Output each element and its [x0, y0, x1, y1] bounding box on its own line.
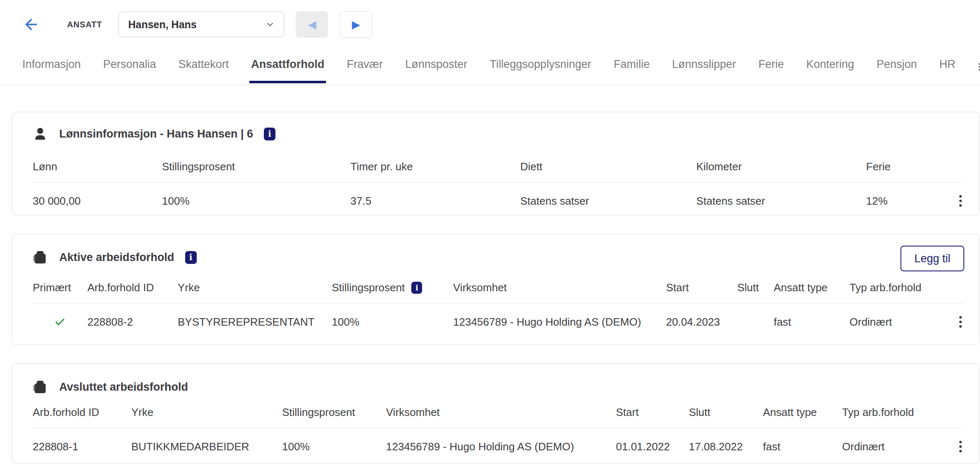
cell-arbforhold-id: 228808-2 — [87, 316, 178, 329]
col-start: Start — [666, 281, 737, 294]
cell-typ-arbforhold: Ordinært — [850, 316, 948, 329]
briefcase-icon — [32, 249, 48, 266]
tab-overflow-menu-icon[interactable] — [976, 61, 980, 73]
tab-fravaer[interactable]: Fravær — [345, 51, 384, 83]
ended-employments-card: Avsluttet arbeidsforhold Arb.forhold ID … — [12, 363, 980, 464]
ended-row-menu-kebab-icon[interactable] — [957, 438, 964, 455]
cell-stillingsprosent: 100% — [282, 440, 386, 453]
entity-label: ANSATT — [67, 20, 102, 29]
salary-row: 30 000,00 100% 37.5 Statens satser State… — [12, 183, 979, 209]
col-arbforhold-id: Arb.forhold ID — [87, 281, 178, 294]
primary-check-icon — [54, 316, 66, 328]
info-icon[interactable]: i — [264, 128, 275, 140]
tab-lonnsslipper[interactable]: Lønnsslipper — [670, 51, 738, 83]
salary-info-card: Lønnsinformasjon - Hans Hansen | 6 i Løn… — [12, 112, 980, 215]
previous-employee-button[interactable]: ◀ — [296, 11, 328, 38]
cell-stillingsprosent: 100% — [332, 316, 453, 329]
col-kilometer: Kilometer — [696, 160, 866, 173]
cell-virksomhet: 123456789 - Hugo Holding AS (DEMO) — [386, 440, 616, 453]
person-icon — [32, 126, 48, 142]
active-row-menu-kebab-icon[interactable] — [957, 314, 964, 330]
cell-typ-arbforhold: Ordinært — [842, 440, 948, 453]
col-stillingsprosent: Stillingsprosent — [282, 406, 386, 419]
cell-start: 20.04.2023 — [666, 316, 737, 329]
active-table-header: Primært Arb.forhold ID Yrke Stillingspro… — [12, 281, 979, 303]
tab-bar: Informasjon Personalia Skattekort Ansatt… — [0, 49, 980, 85]
triangle-left-icon: ◀ — [308, 18, 316, 31]
col-diett: Diett — [520, 160, 696, 173]
add-employment-button[interactable]: Legg til — [900, 246, 964, 271]
salary-table-header: Lønn Stillingsprosent Timer pr. uke Diet… — [12, 160, 979, 182]
active-employment-row: 228808-2 BYSTYREREPRESENTANT 100% 123456… — [12, 304, 979, 330]
col-stillingsprosent: Stillingsprosent — [162, 160, 350, 173]
cell-yrke: BUTIKKMEDARBEIDER — [131, 440, 282, 453]
value-stillingsprosent: 100% — [162, 195, 350, 208]
top-bar: ANSATT Hansen, Hans ◀ ▶ — [0, 0, 980, 49]
tab-lonnsposter[interactable]: Lønnsposter — [403, 51, 469, 83]
cell-ansatt-type: fast — [763, 440, 842, 453]
col-typ-arbforhold: Typ arb.forhold — [850, 281, 948, 294]
cell-yrke: BYSTYREREPRESENTANT — [178, 316, 332, 329]
col-yrke: Yrke — [178, 281, 332, 294]
chevron-down-icon — [265, 19, 275, 30]
salary-row-menu-kebab-icon[interactable] — [957, 193, 964, 209]
cell-arbforhold-id: 228808-1 — [33, 440, 131, 453]
col-stillingsprosent: Stillingsprosent — [332, 281, 405, 294]
back-button[interactable] — [22, 15, 41, 34]
salary-card-title: Lønnsinformasjon - Hans Hansen | 6 — [59, 128, 253, 140]
employee-select[interactable]: Hansen, Hans — [118, 12, 284, 37]
col-slutt: Slutt — [737, 281, 774, 294]
tab-hr[interactable]: HR — [938, 51, 957, 83]
value-timer-pr-uke: 37.5 — [350, 195, 520, 208]
value-diett: Statens satser — [520, 195, 696, 208]
tab-ansattforhold[interactable]: Ansattforhold — [249, 51, 326, 83]
col-arbforhold-id: Arb.forhold ID — [33, 406, 131, 419]
col-slutt: Slutt — [689, 406, 763, 419]
col-ferie: Ferie — [866, 160, 948, 173]
briefcase-icon — [32, 379, 48, 395]
cell-virksomhet: 123456789 - Hugo Holding AS (DEMO) — [453, 316, 666, 329]
triangle-right-icon: ▶ — [352, 18, 360, 31]
arrow-left-icon — [22, 16, 40, 33]
col-virksomhet: Virksomhet — [386, 406, 616, 419]
cell-slutt: 17.08.2022 — [689, 440, 763, 453]
col-primaert: Primært — [33, 281, 87, 294]
value-lonn: 30 000,00 — [33, 195, 162, 208]
col-ansatt-type: Ansatt type — [774, 281, 850, 294]
tab-skattekort[interactable]: Skattekort — [177, 51, 231, 83]
active-employments-card: Aktive arbeidsforhold i Legg til Primært… — [12, 234, 980, 345]
tab-tilleggsopplysninger[interactable]: Tilleggsopplysninger — [488, 51, 593, 83]
cell-ansatt-type: fast — [774, 316, 850, 329]
col-typ-arbforhold: Typ arb.forhold — [842, 406, 948, 419]
tab-ferie[interactable]: Ferie — [757, 51, 786, 83]
ended-employment-row: 228808-1 BUTIKKMEDARBEIDER 100% 12345678… — [12, 428, 979, 455]
ended-table-header: Arb.forhold ID Yrke Stillingsprosent Vir… — [12, 406, 979, 428]
info-icon[interactable]: i — [185, 251, 197, 264]
next-employee-button[interactable]: ▶ — [340, 11, 372, 38]
value-kilometer: Statens satser — [696, 195, 866, 208]
ended-card-title: Avsluttet arbeidsforhold — [59, 381, 188, 394]
tab-personalia[interactable]: Personalia — [101, 51, 158, 83]
value-ferie: 12% — [866, 195, 948, 208]
employee-select-value: Hansen, Hans — [128, 19, 196, 31]
tab-informasjon[interactable]: Informasjon — [21, 51, 82, 83]
col-start: Start — [616, 406, 689, 419]
col-virksomhet: Virksomhet — [453, 281, 666, 294]
col-timer-pr-uke: Timer pr. uke — [350, 160, 520, 173]
info-icon[interactable]: i — [411, 282, 422, 294]
tab-kontering[interactable]: Kontering — [805, 51, 856, 83]
tab-familie[interactable]: Familie — [612, 51, 651, 83]
col-lonn: Lønn — [33, 160, 162, 173]
cell-start: 01.01.2022 — [616, 440, 689, 453]
active-card-title: Aktive arbeidsforhold — [59, 251, 174, 264]
col-yrke: Yrke — [131, 406, 282, 419]
col-ansatt-type: Ansatt type — [763, 406, 842, 419]
tab-pensjon[interactable]: Pensjon — [875, 51, 919, 83]
